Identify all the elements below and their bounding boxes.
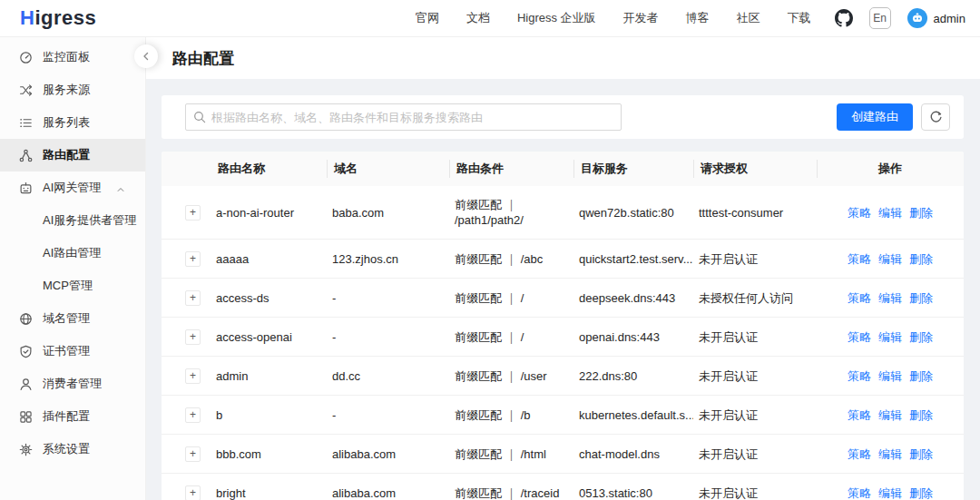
sidebar-item-路由配置[interactable]: 路由配置 — [0, 139, 145, 172]
github-icon[interactable] — [835, 9, 853, 27]
column-header-请求授权: 请求授权 — [693, 152, 817, 186]
top-right-group: En admin — [835, 7, 965, 29]
sidebar-item-label: 服务列表 — [43, 114, 90, 131]
app-logo[interactable]: Higress — [20, 6, 96, 30]
policy-link[interactable]: 策略 — [848, 486, 871, 500]
sidebar-subitem-MCP管理[interactable]: MCP管理 — [0, 270, 145, 302]
sidebar-item-插件配置[interactable]: 插件配置 — [0, 400, 145, 433]
username: admin — [934, 12, 965, 25]
delete-link[interactable]: 删除 — [909, 330, 933, 344]
top-nav-link-4[interactable]: 开发者 — [623, 10, 659, 26]
refresh-button[interactable] — [921, 103, 950, 131]
domain-cell: - — [327, 279, 449, 318]
search-icon — [193, 111, 206, 123]
expand-row-button[interactable]: + — [185, 446, 201, 462]
language-toggle[interactable]: En — [869, 7, 891, 29]
sidebar-item-label: 路由配置 — [43, 147, 90, 163]
edit-link[interactable]: 编辑 — [878, 330, 902, 344]
top-nav-link-2[interactable]: 文档 — [466, 10, 490, 26]
route-path: /b — [521, 407, 531, 423]
sidebar-item-证书管理[interactable]: 证书管理 — [0, 335, 145, 368]
edit-link[interactable]: 编辑 — [878, 206, 902, 220]
expand-row-button[interactable]: + — [185, 290, 201, 306]
sidebar-item-服务列表[interactable]: 服务列表 — [0, 106, 145, 139]
route-name-cell: bright — [211, 474, 327, 500]
logo-accent-letter: H — [20, 6, 34, 30]
delete-link[interactable]: 删除 — [909, 486, 933, 500]
delete-link[interactable]: 删除 — [909, 252, 933, 266]
target-service-cell: kubernetes.default.s... — [573, 396, 693, 435]
auth-cell: ttttest-consumer — [693, 186, 817, 240]
expand-cell: + — [162, 279, 211, 318]
create-route-button[interactable]: 创建路由 — [837, 103, 913, 131]
policy-link[interactable]: 策略 — [848, 206, 871, 220]
expand-row-button[interactable]: + — [185, 485, 201, 500]
user-menu[interactable]: admin — [907, 8, 965, 28]
edit-link[interactable]: 编辑 — [878, 408, 902, 422]
column-header-操作: 操作 — [817, 152, 964, 186]
match-type: 前缀匹配 — [455, 290, 502, 306]
edit-link[interactable]: 编辑 — [878, 252, 902, 266]
top-nav-link-5[interactable]: 博客 — [686, 10, 710, 26]
expand-row-button[interactable]: + — [185, 407, 201, 423]
policy-link[interactable]: 策略 — [848, 408, 871, 422]
auth-cell: 未开启认证 — [693, 435, 817, 474]
route-condition-cell: 前缀匹配｜/b — [449, 396, 573, 435]
expand-row-button[interactable]: + — [185, 205, 201, 221]
expand-cell: + — [162, 396, 211, 435]
edit-link[interactable]: 编辑 — [878, 447, 902, 461]
policy-link[interactable]: 策略 — [848, 447, 871, 461]
policy-link[interactable]: 策略 — [848, 291, 871, 305]
sidebar-item-label: 服务来源 — [43, 82, 90, 98]
dashboard-icon — [19, 51, 33, 64]
main-panel: 路由配置 创建路由 路由名称域名路由条件目标服务请求授权操作 — [146, 37, 980, 500]
sidebar-item-服务来源[interactable]: 服务来源 — [0, 74, 145, 106]
delete-link[interactable]: 删除 — [909, 447, 933, 461]
route-condition-cell: 前缀匹配｜/traceid — [449, 474, 573, 500]
auth-cell: 未授权任何人访问 — [693, 279, 817, 318]
sidebar-item-系统设置[interactable]: 系统设置 — [0, 433, 145, 466]
sidebar-subitem-AI路由管理[interactable]: AI路由管理 — [0, 237, 145, 270]
actions-cell: 策略编辑删除 — [817, 186, 964, 240]
policy-link[interactable]: 策略 — [848, 330, 871, 344]
top-nav-link-3[interactable]: Higress 企业版 — [517, 10, 596, 26]
policy-link[interactable]: 策略 — [848, 252, 871, 266]
edit-link[interactable]: 编辑 — [878, 369, 902, 383]
sidebar-collapse-button[interactable] — [134, 44, 158, 68]
expand-cell: + — [162, 240, 211, 279]
top-nav-link-1[interactable]: 官网 — [416, 10, 439, 26]
toolbar-card: 创建路由 — [162, 95, 964, 139]
sidebar: 监控面板服务来源服务列表路由配置AI网关管理AI服务提供者管理AI路由管理MCP… — [0, 37, 146, 500]
sidebar-item-label: 证书管理 — [43, 343, 90, 359]
top-nav: 官网文档Higress 企业版开发者博客社区下载 — [416, 10, 811, 26]
search-input[interactable] — [185, 103, 622, 131]
content-area: 创建路由 路由名称域名路由条件目标服务请求授权操作 +a-non-ai-rout… — [146, 79, 980, 500]
route-name-cell: access-openai — [211, 318, 327, 357]
sidebar-item-AI网关管理[interactable]: AI网关管理 — [0, 172, 145, 204]
expand-row-button[interactable]: + — [185, 251, 201, 267]
expand-row-button[interactable]: + — [185, 329, 201, 345]
avatar — [907, 8, 927, 28]
refresh-icon — [929, 111, 943, 124]
expand-cell: + — [162, 318, 211, 357]
delete-link[interactable]: 删除 — [909, 206, 933, 220]
delete-link[interactable]: 删除 — [909, 369, 933, 383]
edit-link[interactable]: 编辑 — [878, 486, 902, 500]
auth-cell: 未开启认证 — [693, 396, 817, 435]
settings-icon — [19, 443, 33, 456]
certificate-icon — [19, 345, 33, 358]
sidebar-item-消费者管理[interactable]: 消费者管理 — [0, 368, 145, 400]
actions-cell: 策略编辑删除 — [817, 318, 964, 357]
expand-row-button[interactable]: + — [185, 368, 201, 384]
sidebar-subitem-AI服务提供者管理[interactable]: AI服务提供者管理 — [0, 204, 145, 237]
route-path: /traceid — [521, 485, 560, 500]
delete-link[interactable]: 删除 — [909, 291, 933, 305]
policy-link[interactable]: 策略 — [848, 369, 871, 383]
condition-separator: ｜ — [502, 330, 521, 344]
delete-link[interactable]: 删除 — [909, 408, 933, 422]
edit-link[interactable]: 编辑 — [878, 291, 902, 305]
sidebar-item-监控面板[interactable]: 监控面板 — [0, 41, 145, 74]
top-nav-link-6[interactable]: 社区 — [737, 10, 760, 26]
sidebar-item-域名管理[interactable]: 域名管理 — [0, 302, 145, 335]
top-nav-link-7[interactable]: 下载 — [788, 10, 811, 26]
